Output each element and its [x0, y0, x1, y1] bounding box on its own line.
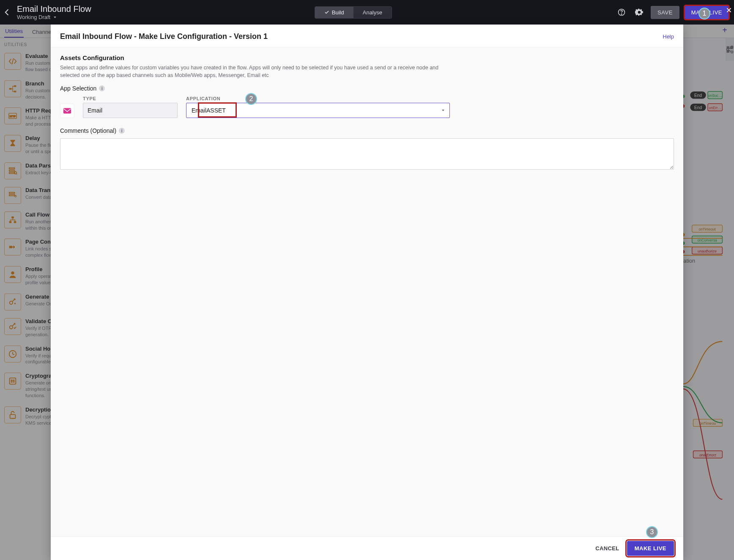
chevron-down-icon	[53, 15, 57, 19]
save-button[interactable]: SAVE	[651, 6, 679, 19]
type-label: TYPE	[83, 96, 178, 101]
mode-switch: Build Analyse	[315, 6, 392, 19]
close-icon[interactable]	[726, 7, 732, 15]
build-tab[interactable]: Build	[315, 7, 353, 18]
callout-2: 2	[245, 93, 257, 105]
modal-help-link[interactable]: Help	[663, 33, 674, 40]
info-icon[interactable]: i	[119, 128, 125, 134]
info-icon[interactable]: i	[99, 85, 105, 91]
modal-title: Email Inbound Flow - Make Live Configura…	[60, 32, 268, 41]
app-selection-label: App Selection	[60, 85, 96, 92]
svg-rect-65	[63, 108, 71, 114]
make-live-modal: Email Inbound Flow - Make Live Configura…	[51, 25, 683, 560]
comments-label: Comments (Optional)	[60, 127, 116, 134]
callout-3: 3	[646, 526, 658, 538]
gear-icon[interactable]	[633, 6, 646, 19]
modal-make-live-button[interactable]: MAKE LIVE	[627, 541, 674, 556]
type-field: Email	[83, 103, 178, 118]
back-button[interactable]	[2, 7, 13, 18]
draft-status-label: Working Draft	[17, 14, 50, 20]
analyse-label: Analyse	[363, 9, 382, 16]
check-icon	[324, 10, 329, 15]
chevron-down-icon	[441, 107, 445, 114]
application-select[interactable]: EmailASSET	[186, 103, 450, 118]
assets-note: Select apps and define values for custom…	[60, 64, 457, 79]
application-label: APPLICATION	[186, 96, 674, 101]
application-value: EmailASSET	[192, 107, 226, 114]
analyse-tab[interactable]: Analyse	[353, 7, 392, 18]
page-title-wrap: Email Inbound Flow Working Draft	[17, 4, 91, 20]
svg-point-1	[621, 14, 622, 14]
cancel-button[interactable]: CANCEL	[595, 545, 619, 552]
help-icon[interactable]	[615, 6, 628, 19]
type-value: Email	[88, 107, 102, 114]
build-label: Build	[332, 9, 344, 16]
comments-input[interactable]	[60, 138, 674, 170]
email-app-icon	[60, 104, 74, 118]
page-subtitle[interactable]: Working Draft	[17, 14, 91, 20]
page-title: Email Inbound Flow	[17, 4, 91, 14]
callout-1: 1	[698, 8, 710, 19]
assets-heading: Assets Configuration	[60, 54, 674, 61]
